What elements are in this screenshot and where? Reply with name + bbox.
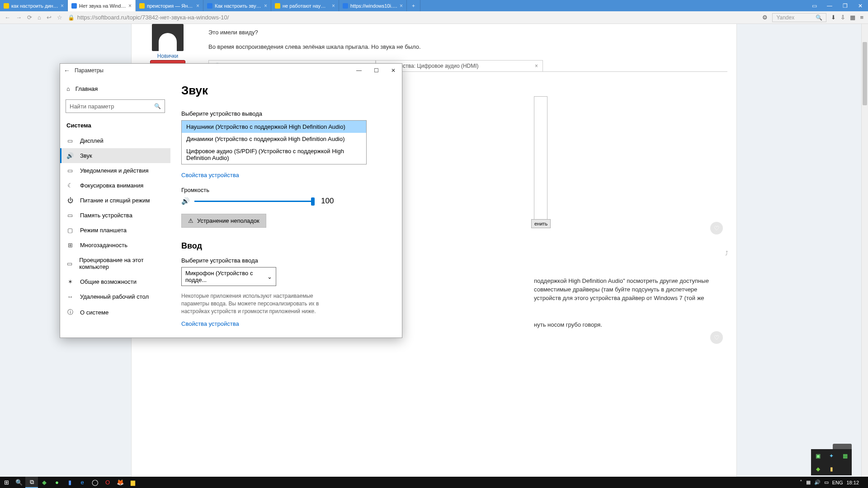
device-properties-link[interactable]: Свойства устройства <box>181 320 239 327</box>
home-icon[interactable]: ⌂ <box>38 14 41 21</box>
system-tray-overflow[interactable]: ▣ ✦ ▦ ◆ ▮ <box>811 449 852 475</box>
volume-icon[interactable]: 🔊 <box>814 479 821 485</box>
tray-icon[interactable]: ▣ <box>811 449 825 462</box>
taskbar-app-opera[interactable]: O <box>101 477 114 488</box>
tab-title: Нет звука на Windows <box>79 3 126 9</box>
browser-tab[interactable]: Как настроить звук на× <box>203 0 271 11</box>
network-icon[interactable]: ▦ <box>806 479 811 485</box>
close-icon[interactable]: × <box>332 3 335 9</box>
tab-title: Как настроить звук на <box>215 3 262 9</box>
taskbar-app[interactable]: ● <box>51 477 63 488</box>
back-icon[interactable]: ← <box>5 14 10 21</box>
back-icon[interactable]: ← <box>64 67 70 74</box>
search-placeholder: Yandex <box>776 14 794 21</box>
nav-item-tablet[interactable]: ▢Режим планшета <box>60 223 170 238</box>
language-indicator[interactable]: ENG <box>832 480 843 485</box>
like-button[interactable]: ♡ <box>710 331 723 344</box>
favicon-icon <box>139 3 145 9</box>
moon-icon: ☾ <box>66 182 74 189</box>
dropdown-option[interactable]: Цифровое аудио (S/PDIF) (Устройство с по… <box>182 145 366 164</box>
nav-item-sound[interactable]: 🔊Звук <box>60 148 170 163</box>
troubleshoot-button[interactable]: ⚠Устранение неполадок <box>181 214 266 228</box>
minimize-icon[interactable]: — <box>822 0 837 11</box>
nav-label: Память устройства <box>80 212 132 219</box>
taskbar-app-chrome[interactable]: ◯ <box>89 477 101 488</box>
taskbar-app[interactable]: ◆ <box>38 477 51 488</box>
apply-button-fragment[interactable]: енить <box>531 219 551 228</box>
search-button[interactable]: 🔍 <box>13 477 25 488</box>
close-icon[interactable]: × <box>61 3 64 9</box>
start-button[interactable]: ⊞ <box>0 477 13 488</box>
close-icon[interactable]: ✕ <box>385 64 402 77</box>
dropdown-option[interactable]: Наушники (Устройство с поддержкой High D… <box>182 121 366 133</box>
close-icon[interactable]: × <box>400 3 403 9</box>
taskbar-app[interactable]: ▮ <box>63 477 76 488</box>
nav-item-remote[interactable]: ↔Удаленный рабочий стол <box>60 289 170 304</box>
taskview-button[interactable]: ⧉ <box>25 477 38 488</box>
forward-icon[interactable]: → <box>16 14 22 21</box>
taskbar-app-edge[interactable]: e <box>76 477 89 488</box>
scrollbar-thumb[interactable] <box>863 42 867 105</box>
maximize-icon[interactable]: ☐ <box>368 64 385 77</box>
nav-item-about[interactable]: ⓘО системе <box>60 304 170 320</box>
shield-icon[interactable]: ⚙ <box>762 14 768 21</box>
browser-tab[interactable]: преистория — Яндекс× <box>136 0 203 11</box>
nav-item-project[interactable]: ▭Проецирование на этот компьютер <box>60 253 170 274</box>
nav-item-power[interactable]: ⏻Питание и спящий режим <box>60 193 170 208</box>
address-bar[interactable]: 🔒 https://softboard.ru/topic/73842-нет-з… <box>68 14 757 21</box>
tray-icon[interactable]: ✦ <box>825 449 838 462</box>
taskbar-app-explorer[interactable]: ▆ <box>127 477 139 488</box>
input-device-select[interactable]: Микрофон (Устройство с подде...⌄ <box>181 267 276 286</box>
device-properties-link[interactable]: Свойства устройства <box>181 172 239 178</box>
tray-icon[interactable]: ▮ <box>825 462 838 475</box>
close-icon[interactable]: × <box>196 3 199 9</box>
shared-icon: ✶ <box>66 278 74 285</box>
close-icon[interactable]: × <box>128 3 132 9</box>
post-text: поддержкой High Definition Audio" посмот… <box>534 277 723 303</box>
browser-tab[interactable]: не работают наушники× <box>271 0 339 11</box>
settings-search-input[interactable]: Найти параметр🔍 <box>66 99 165 113</box>
nav-label: Главная <box>75 85 98 92</box>
tray-icon[interactable]: ▦ <box>838 449 852 462</box>
nav-item-multitask[interactable]: ⊞Многозадачность <box>60 238 170 253</box>
maximize-icon[interactable]: ❐ <box>837 0 853 11</box>
grid-icon[interactable]: ▦ <box>850 14 855 21</box>
browser-tab[interactable]: как настроить динами× <box>0 0 68 11</box>
taskbar-app-firefox[interactable]: 🦊 <box>114 477 127 488</box>
minimize-icon[interactable]: — <box>350 64 368 77</box>
share-icon[interactable]: ⤴ <box>725 250 728 257</box>
nav-label: Звук <box>80 152 92 159</box>
nav-item-storage[interactable]: ▭Память устройства <box>60 208 170 223</box>
speaker-icon[interactable]: 🔊 <box>181 197 190 205</box>
dropdown-option[interactable]: Динамики (Устройство с поддержкой High D… <box>182 133 366 145</box>
history-icon[interactable]: ↩ <box>47 14 52 21</box>
menu-icon[interactable]: ≡ <box>860 14 863 21</box>
nav-item-shared[interactable]: ✶Общие возможности <box>60 274 170 289</box>
download-icon[interactable]: ⬇ <box>831 14 836 21</box>
project-icon: ▭ <box>66 260 73 267</box>
tray-chevron-icon[interactable]: ˄ <box>800 479 802 485</box>
nav-item-focus[interactable]: ☾Фокусировка внимания <box>60 178 170 193</box>
nav-home[interactable]: ⌂Главная <box>60 82 170 96</box>
action-center-icon[interactable]: ▭ <box>824 479 829 485</box>
new-tab-button[interactable]: ＋ <box>407 0 420 11</box>
panel-icon[interactable]: ▭ <box>807 0 822 11</box>
close-icon[interactable]: × <box>264 3 267 9</box>
page-scrollbar[interactable] <box>861 24 868 477</box>
volume-slider[interactable] <box>194 201 314 202</box>
nav-item-display[interactable]: ▭Дисплей <box>60 133 170 148</box>
like-button[interactable]: ♡ <box>710 222 723 235</box>
nav-item-notifications[interactable]: ▭Уведомления и действия <box>60 163 170 178</box>
tray-icon[interactable]: ◆ <box>811 462 825 475</box>
search-engine-box[interactable]: Yandex🔍 <box>772 13 826 22</box>
import-icon[interactable]: ⇩ <box>840 14 845 21</box>
clock[interactable]: 18:12 <box>846 480 859 485</box>
close-icon[interactable]: × <box>535 63 538 69</box>
browser-tab[interactable]: https://windows10i.ru/w× <box>339 0 407 11</box>
star-icon[interactable]: ☆ <box>57 14 62 21</box>
reload-icon[interactable]: ⟳ <box>27 14 32 21</box>
close-icon[interactable]: ✕ <box>853 0 868 11</box>
browser-tab-active[interactable]: Нет звука на Windows × <box>68 0 136 11</box>
output-device-dropdown[interactable]: Наушники (Устройство с поддержкой High D… <box>181 120 367 164</box>
nav-label: Удаленный рабочий стол <box>80 293 149 300</box>
